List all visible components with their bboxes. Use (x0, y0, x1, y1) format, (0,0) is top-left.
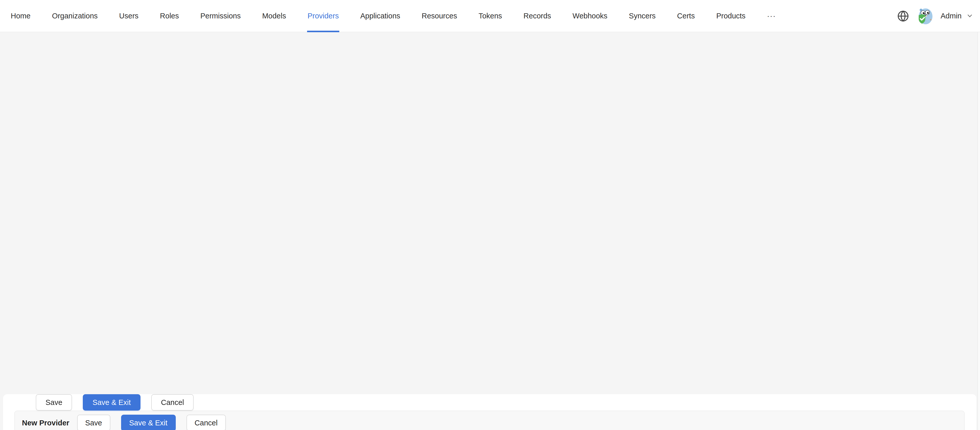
save-button-bottom[interactable]: Save (36, 394, 72, 411)
nav-item-webhooks[interactable]: Webhooks (562, 0, 618, 32)
save-and-exit-button-top[interactable]: Save & Exit (121, 415, 175, 430)
page-title: New Provider (22, 419, 69, 427)
nav-item-home[interactable]: Home (0, 0, 41, 32)
nav-item-products[interactable]: Products (706, 0, 756, 32)
cancel-button-bottom[interactable]: Cancel (151, 394, 194, 411)
cancel-button-top[interactable]: Cancel (186, 415, 226, 430)
nav-overflow-ellipsis[interactable]: ··· (756, 0, 787, 32)
nav-item-roles[interactable]: Roles (149, 0, 189, 32)
top-nav: Home Organizations Users Roles Permissio… (0, 0, 980, 32)
nav-item-certs[interactable]: Certs (666, 0, 705, 32)
nav-item-resources[interactable]: Resources (411, 0, 468, 32)
user-avatar[interactable] (916, 6, 934, 25)
nav-item-models[interactable]: Models (251, 0, 297, 32)
nav-item-permissions[interactable]: Permissions (189, 0, 251, 32)
casdoor-app: Home Organizations Users Roles Permissio… (0, 0, 980, 430)
nav-item-syncers[interactable]: Syncers (618, 0, 667, 32)
nav-right-section: Admin (897, 0, 980, 32)
page-scrollbar[interactable] (977, 32, 980, 430)
nav-item-organizations[interactable]: Organizations (41, 0, 108, 32)
nav-item-providers-active[interactable]: Providers (297, 0, 350, 32)
save-and-exit-button-bottom[interactable]: Save & Exit (83, 394, 140, 411)
panel-header: New Provider Save Save & Exit Cancel (15, 411, 964, 430)
user-menu-chevron-down-icon[interactable] (967, 13, 973, 19)
content-card: New Provider Save Save & Exit Cancel Nam… (3, 394, 977, 430)
page-content: New Provider Save Save & Exit Cancel Nam… (0, 32, 980, 430)
header-actions: Save Save & Exit Cancel (77, 415, 226, 430)
footer-actions: Save Save & Exit Cancel (36, 394, 977, 411)
nav-item-records[interactable]: Records (513, 0, 562, 32)
user-menu-label[interactable]: Admin (941, 12, 962, 20)
nav-item-tokens[interactable]: Tokens (468, 0, 513, 32)
save-button-top[interactable]: Save (77, 415, 110, 430)
new-provider-panel: New Provider Save Save & Exit Cancel Nam… (14, 411, 965, 430)
nav-item-users[interactable]: Users (108, 0, 149, 32)
language-globe-icon[interactable] (897, 10, 909, 22)
nav-item-applications[interactable]: Applications (350, 0, 411, 32)
